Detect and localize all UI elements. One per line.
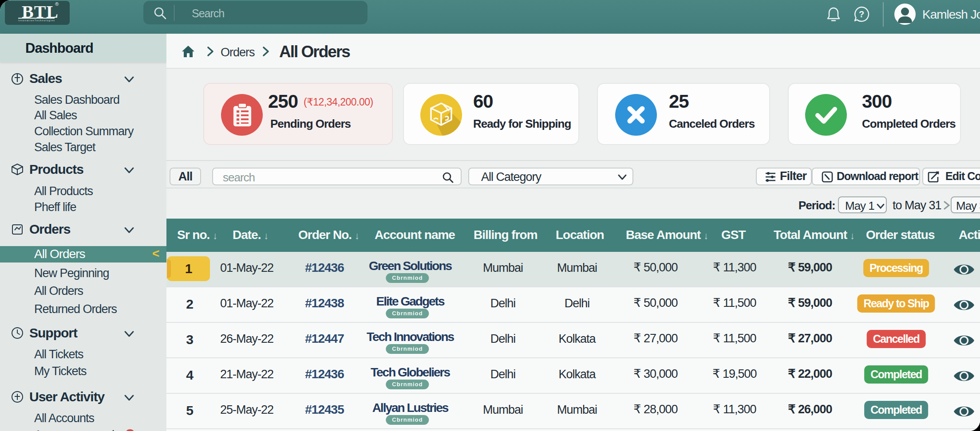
svg-text:?: ? <box>859 9 864 19</box>
